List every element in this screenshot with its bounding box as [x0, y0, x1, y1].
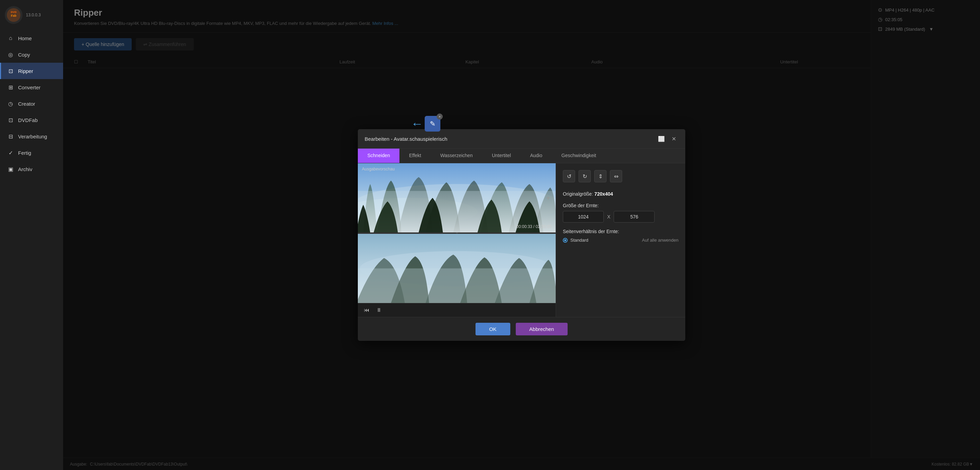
sidebar-item-verarbeitung[interactable]: ⊟ Verarbeitung — [0, 128, 63, 144]
tab-audio[interactable]: Audio — [520, 149, 552, 163]
dialog-footer: OK Abbrechen — [358, 317, 685, 341]
creator-icon: ◷ — [7, 100, 14, 107]
main-content: Ripper Konvertieren Sie DVD/Blu-ray/4K U… — [63, 0, 980, 470]
crop-height-input[interactable] — [614, 211, 655, 222]
crop-size-inputs: X — [563, 211, 678, 222]
dialog-body: Ausgabevorschau 00:00:33 / 02:35:05 + ⠿ — [358, 163, 685, 317]
sidebar-item-creator[interactable]: ◷ Creator — [0, 95, 63, 112]
crop-multiplier: X — [607, 214, 610, 219]
badge-close-button[interactable]: × — [437, 113, 443, 120]
close-icon: × — [439, 114, 441, 119]
logo-icon: DVD Fab — [5, 6, 22, 24]
verarbeitung-icon: ⊟ — [7, 133, 14, 140]
video-label: Ausgabevorschau — [362, 167, 395, 171]
archiv-icon: ▣ — [7, 166, 14, 173]
crop-size-group: Größe der Ernte: X — [563, 203, 678, 222]
sidebar-item-converter[interactable]: ⊞ Converter — [0, 79, 63, 95]
crop-size-label: Größe der Ernte: — [563, 203, 678, 208]
sidebar: DVD Fab 13.0.0.3 ⌂ Home ◎ Copy ⊡ Ripper … — [0, 0, 63, 470]
sidebar-item-ripper[interactable]: ⊡ Ripper — [0, 63, 63, 79]
crop-width-input[interactable] — [563, 211, 604, 222]
video-frame-top: Ausgabevorschau 00:00:33 / 02:35:05 + — [358, 163, 556, 232]
ok-button[interactable]: OK — [476, 323, 510, 335]
flip-v-button[interactable]: ⇕ — [594, 170, 606, 183]
tab-schneiden[interactable]: Schneiden — [358, 149, 399, 163]
sidebar-item-label-creator: Creator — [18, 101, 35, 107]
converter-icon: ⊞ — [7, 84, 14, 91]
svg-text:Fab: Fab — [11, 14, 17, 17]
original-size-value: 720x404 — [595, 191, 613, 197]
sidebar-item-label-copy: Copy — [18, 52, 30, 57]
dialog-overlay: Bearbeiten - Avatar.schauspielerisch ⬜ ✕… — [63, 0, 980, 470]
prev-frame-button[interactable]: ⏮ — [362, 305, 371, 315]
original-size-label: Originalgröße: 720x404 — [563, 191, 678, 197]
edit-badge[interactable]: ✎ × — [425, 116, 441, 132]
dialog-maximize-button[interactable]: ⬜ — [657, 134, 666, 143]
ratio-standard-radio[interactable] — [563, 238, 568, 243]
sidebar-item-dvdfab[interactable]: ⊡ DVDFab — [0, 112, 63, 128]
sidebar-item-label-archiv: Archiv — [18, 166, 32, 172]
sidebar-item-home[interactable]: ⌂ Home — [0, 30, 63, 46]
dialog-close-button[interactable]: ✕ — [669, 134, 678, 143]
rotate-cw-button[interactable]: ↻ — [579, 170, 591, 183]
tab-geschwindigkeit[interactable]: Geschwindigkeit — [552, 149, 606, 163]
dialog-tabs: Schneiden Effekt Wasserzeichen Untertite… — [358, 149, 685, 163]
video-frame-bottom — [358, 234, 556, 303]
sidebar-item-archiv[interactable]: ▣ Archiv — [0, 161, 63, 177]
flip-h-button[interactable]: ⇔ — [610, 170, 622, 183]
sidebar-item-copy[interactable]: ◎ Copy — [0, 46, 63, 63]
tooltip-container: ← ✎ × — [411, 116, 441, 132]
app-logo: DVD Fab 13.0.0.3 — [0, 0, 63, 30]
sidebar-item-label-ripper: Ripper — [18, 68, 33, 74]
cancel-button[interactable]: Abbrechen — [516, 323, 568, 335]
add-frame-button[interactable]: + — [546, 194, 550, 202]
video-frames: Ausgabevorschau 00:00:33 / 02:35:05 + ⠿ — [358, 163, 556, 317]
home-icon: ⌂ — [7, 35, 14, 41]
edit-icon: ✎ — [430, 120, 436, 128]
ratio-standard-label[interactable]: Standard — [563, 238, 589, 243]
copy-icon: ◎ — [7, 51, 14, 58]
crop-ratio-label: Seitenverhältnis der Ernte: — [563, 229, 678, 234]
edit-dialog: Bearbeiten - Avatar.schauspielerisch ⬜ ✕… — [358, 129, 685, 341]
sidebar-item-label-converter: Converter — [18, 84, 41, 91]
video-preview-area: Ausgabevorschau 00:00:33 / 02:35:05 + ⠿ — [358, 163, 556, 317]
app-version: 13.0.0.3 — [26, 13, 41, 17]
crop-ratio-group: Seitenverhältnis der Ernte: Standard Auf… — [563, 229, 678, 243]
svg-text:DVD: DVD — [11, 11, 17, 14]
video-controls-bar: ⏮ ⏸ — [358, 303, 556, 317]
tab-untertitel[interactable]: Untertitel — [482, 149, 520, 163]
tab-wasserzeichen[interactable]: Wasserzeichen — [431, 149, 482, 163]
dialog-title-buttons: ⬜ ✕ — [657, 134, 678, 143]
sidebar-item-label-dvdfab: DVDFab — [18, 117, 38, 123]
crop-panel: ↺ ↻ ⇕ ⇔ Originalgröße: 720x404 Größe der… — [556, 163, 685, 317]
crop-ratio-row: Standard Auf alle anwenden — [563, 238, 678, 243]
original-size-group: Originalgröße: 720x404 — [563, 191, 678, 197]
sidebar-item-label-verarbeitung: Verarbeitung — [18, 133, 47, 140]
sidebar-item-label-home: Home — [18, 35, 32, 41]
fertig-icon: ✓ — [7, 149, 14, 156]
tab-effekt[interactable]: Effekt — [399, 149, 431, 163]
crop-tools: ↺ ↻ ⇕ ⇔ — [563, 170, 678, 183]
pointer-arrow-icon: ← — [411, 117, 423, 131]
ripper-icon: ⊡ — [7, 67, 14, 74]
sidebar-item-label-fertig: Fertig — [18, 150, 31, 156]
sidebar-item-fertig[interactable]: ✓ Fertig — [0, 144, 63, 161]
video-timestamp: 00:00:33 / 02:35:05 — [516, 224, 552, 229]
apply-all-button[interactable]: Auf alle anwenden — [642, 238, 678, 243]
dvdfab-icon: ⊡ — [7, 117, 14, 123]
dialog-titlebar: Bearbeiten - Avatar.schauspielerisch ⬜ ✕ — [358, 129, 685, 149]
svg-rect-9 — [358, 268, 556, 303]
dialog-title: Bearbeiten - Avatar.schauspielerisch — [364, 136, 447, 142]
rotate-ccw-button[interactable]: ↺ — [563, 170, 575, 183]
sidebar-nav: ⌂ Home ◎ Copy ⊡ Ripper ⊞ Converter ◷ Cre… — [0, 30, 63, 470]
play-pause-button[interactable]: ⏸ — [374, 305, 384, 315]
ratio-standard-text: Standard — [570, 238, 589, 243]
